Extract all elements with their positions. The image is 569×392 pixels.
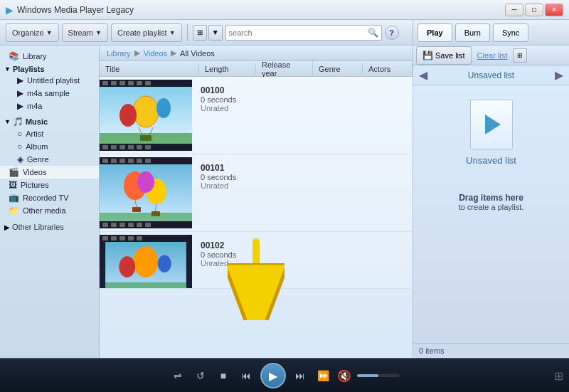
sidebar-item-pictures[interactable]: 🖼 Pictures xyxy=(0,179,99,191)
play-tab-button[interactable]: Play xyxy=(418,23,452,42)
pictures-label: Pictures xyxy=(21,181,49,189)
film-image xyxy=(100,87,192,144)
sidebar-item-genre[interactable]: ◈ Genre xyxy=(0,153,99,166)
breadcrumb-library[interactable]: Library xyxy=(107,49,131,58)
video-info: 00102 0 seconds Unrated xyxy=(192,235,245,273)
film-hole xyxy=(111,236,117,240)
col-header-release-year[interactable]: Release year xyxy=(256,59,313,79)
film-hole xyxy=(128,81,134,85)
unsaved-list-icon xyxy=(470,100,513,149)
film-hole xyxy=(137,223,142,227)
film-holes-top xyxy=(100,80,192,87)
svg-point-12 xyxy=(137,171,154,193)
view-arrow-button[interactable]: ▼ xyxy=(208,25,223,41)
volume-icon[interactable]: 🔇 xyxy=(337,369,351,383)
video-thumbnail xyxy=(100,235,192,289)
create-playlist-arrow-icon: ▼ xyxy=(169,29,176,36)
genre-label: Genre xyxy=(27,155,49,164)
maximize-button[interactable]: □ xyxy=(525,4,543,16)
film-hole xyxy=(119,223,125,227)
help-button[interactable]: ? xyxy=(385,26,399,40)
sidebar-item-untitled-playlist[interactable]: ▶ Untitled playlist xyxy=(0,74,99,87)
create-playlist-button[interactable]: Create playlist ▼ xyxy=(111,23,182,42)
previous-button[interactable]: ⏮ xyxy=(238,367,255,384)
playlist-icon: ▶ xyxy=(17,75,23,85)
sidebar-item-recorded-tv[interactable]: 📺 Recorded TV xyxy=(0,191,99,204)
video-thumbnail xyxy=(100,80,192,151)
playlists-collapse-icon[interactable]: ▼ xyxy=(4,65,11,73)
view-options-button[interactable]: ⊞ xyxy=(193,25,207,41)
fast-forward-button[interactable]: ⏩ xyxy=(314,367,331,384)
expand-panel-button[interactable]: ⊞ xyxy=(513,48,527,63)
nav-left-icon[interactable]: ◀ xyxy=(419,68,427,82)
playlist-content: Unsaved list Drag items here to create a… xyxy=(413,85,569,343)
close-button[interactable]: ✕ xyxy=(545,4,563,16)
minimize-button[interactable]: ─ xyxy=(505,4,523,16)
film-hole xyxy=(145,81,151,85)
sidebar-item-videos[interactable]: 🎬 Videos xyxy=(0,166,99,179)
app-icon: ▶ xyxy=(6,4,14,16)
album-label: Album xyxy=(26,142,48,151)
film-hole xyxy=(102,81,108,85)
film-image xyxy=(100,242,192,289)
next-button[interactable]: ⏭ xyxy=(292,367,309,384)
sidebar-item-artist[interactable]: ○ Artist xyxy=(0,127,99,140)
breadcrumb-videos[interactable]: Videos xyxy=(144,49,167,58)
video-list: 00100 0 seconds Unrated xyxy=(100,77,413,358)
film-hole xyxy=(128,159,134,163)
save-list-button[interactable]: 💾 Save list xyxy=(416,46,472,65)
organize-button[interactable]: Organize ▼ xyxy=(6,23,59,42)
list-item[interactable]: 00100 0 seconds Unrated xyxy=(100,77,413,154)
col-header-title[interactable]: Title xyxy=(100,63,199,75)
sidebar-item-other-media[interactable]: 📁 Other media xyxy=(0,204,99,217)
film-hole xyxy=(111,223,117,227)
burn-tab-button[interactable]: Burn xyxy=(455,23,490,42)
videos-label: Videos xyxy=(23,168,46,176)
unsaved-list-title: Unsaved list xyxy=(466,155,516,166)
video-rating: Unrated xyxy=(201,181,236,190)
stream-arrow-icon: ▼ xyxy=(95,29,102,36)
drag-hint-sub: to create a playlist. xyxy=(459,203,524,211)
sync-tab-button[interactable]: Sync xyxy=(493,23,528,42)
col-header-length[interactable]: Length xyxy=(199,63,256,75)
sidebar-item-library[interactable]: 📚 Library xyxy=(0,50,99,63)
search-icon[interactable]: 🔍 xyxy=(368,28,378,38)
other-libraries-icon: ▶ xyxy=(4,223,10,231)
volume-slider[interactable] xyxy=(357,374,400,377)
save-list-label: Save list xyxy=(435,51,465,60)
list-item[interactable]: 00101 0 seconds Unrated xyxy=(100,154,413,232)
clear-list-button[interactable]: Clear list xyxy=(474,51,511,60)
list-item[interactable]: 00102 0 seconds Unrated xyxy=(100,232,413,289)
search-input[interactable] xyxy=(229,28,368,37)
sidebar-item-m4a[interactable]: ▶ m4a xyxy=(0,100,99,112)
sidebar-item-m4a-sample[interactable]: ▶ m4a sample xyxy=(0,87,99,100)
film-hole xyxy=(119,236,125,240)
nav-right-icon[interactable]: ▶ xyxy=(555,68,563,82)
film-holes-bottom xyxy=(100,144,192,151)
main-area: 📚 Library ▼ Playlists ▶ Untitled playlis… xyxy=(0,46,569,358)
film-hole xyxy=(145,145,151,149)
col-header-genre[interactable]: Genre xyxy=(313,63,363,75)
breadcrumb-sep1: ▶ xyxy=(134,48,140,58)
stop-button[interactable]: ■ xyxy=(215,367,232,384)
grid-view-button[interactable]: ⊞ xyxy=(554,369,563,383)
sidebar-item-album[interactable]: ○ Album xyxy=(0,140,99,153)
artist-icon: ○ xyxy=(17,129,22,139)
repeat-button[interactable]: ↺ xyxy=(192,367,209,384)
balloon-svg xyxy=(100,164,192,221)
playlists-section-label: Playlists xyxy=(13,65,45,73)
m4a-sample-icon: ▶ xyxy=(17,88,23,98)
stream-button[interactable]: Stream ▼ xyxy=(62,23,108,42)
col-header-actors[interactable]: Actors xyxy=(363,63,413,75)
film-hole xyxy=(137,145,142,149)
video-code: 00101 xyxy=(201,163,236,173)
music-collapse-icon[interactable]: ▼ xyxy=(4,118,11,125)
play-pause-button[interactable]: ▶ xyxy=(260,363,286,388)
shuffle-button[interactable]: ⇌ xyxy=(169,367,186,384)
right-panel-toolbar: Play Burn Sync xyxy=(413,20,569,46)
window-controls: ─ □ ✕ xyxy=(505,4,563,16)
stream-label: Stream xyxy=(68,28,93,37)
column-headers: Title Length Release year Genre Actors xyxy=(100,61,413,77)
svg-point-7 xyxy=(156,98,171,118)
svg-rect-8 xyxy=(100,133,192,144)
